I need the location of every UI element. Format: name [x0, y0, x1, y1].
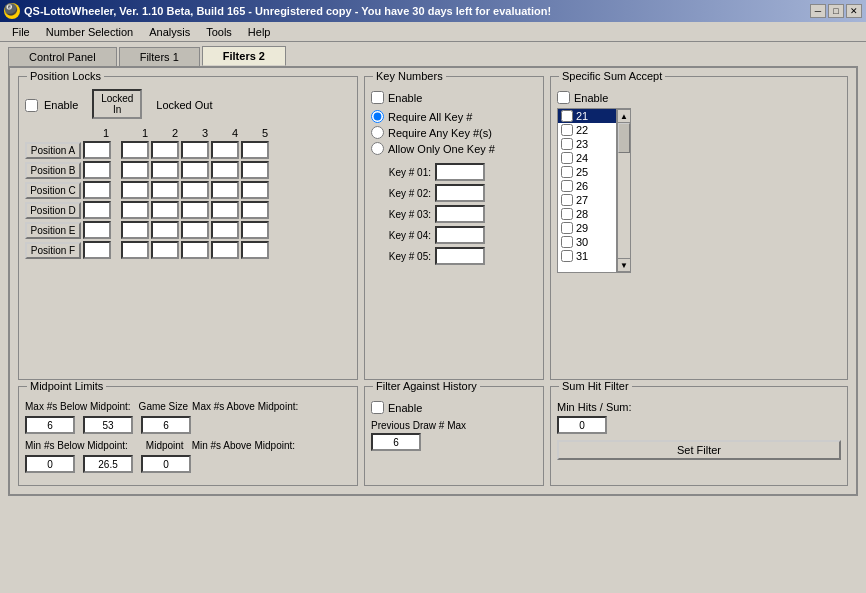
sum-item-23[interactable]: 23	[558, 137, 616, 151]
key-numbers-enable-checkbox[interactable]	[371, 91, 384, 104]
menu-analysis[interactable]: Analysis	[141, 24, 198, 40]
menu-help[interactable]: Help	[240, 24, 279, 40]
sum-item-28[interactable]: 28	[558, 207, 616, 221]
pos-e-lo-1[interactable]	[121, 221, 149, 239]
sum-item-27[interactable]: 27	[558, 193, 616, 207]
min-below-input[interactable]	[25, 455, 75, 473]
sum-item-31[interactable]: 31	[558, 249, 616, 263]
pos-c-lo-4[interactable]	[211, 181, 239, 199]
position-f-button[interactable]: Position F	[25, 242, 81, 259]
pos-b-lo-1[interactable]	[121, 161, 149, 179]
pos-c-lo-3[interactable]	[181, 181, 209, 199]
sum-item-30[interactable]: 30	[558, 235, 616, 249]
scroll-up-arrow[interactable]: ▲	[617, 109, 631, 123]
game-size-input[interactable]	[83, 416, 133, 434]
pos-f-lo-4[interactable]	[211, 241, 239, 259]
pos-f-lo-3[interactable]	[181, 241, 209, 259]
key-02-input[interactable]	[435, 184, 485, 202]
max-above-input[interactable]	[141, 416, 191, 434]
sum-scrollbar[interactable]: ▲ ▼	[617, 108, 631, 273]
pos-b-lo-2[interactable]	[151, 161, 179, 179]
min-above-input[interactable]	[141, 455, 191, 473]
key-04-input[interactable]	[435, 226, 485, 244]
sum-cb-29[interactable]	[561, 222, 573, 234]
sum-item-29[interactable]: 29	[558, 221, 616, 235]
sum-cb-31[interactable]	[561, 250, 573, 262]
scroll-down-arrow[interactable]: ▼	[617, 258, 631, 272]
position-a-button[interactable]: Position A	[25, 142, 81, 159]
position-b-button[interactable]: Position B	[25, 162, 81, 179]
pos-d-locked-in[interactable]	[83, 201, 111, 219]
max-below-input[interactable]	[25, 416, 75, 434]
pos-e-lo-2[interactable]	[151, 221, 179, 239]
sum-cb-21[interactable]	[561, 110, 573, 122]
pos-f-lo-2[interactable]	[151, 241, 179, 259]
pos-a-locked-in[interactable]	[83, 141, 111, 159]
pos-b-lo-5[interactable]	[241, 161, 269, 179]
minimize-button[interactable]: ─	[810, 4, 826, 18]
sum-item-26[interactable]: 26	[558, 179, 616, 193]
sum-cb-26[interactable]	[561, 180, 573, 192]
sum-cb-23[interactable]	[561, 138, 573, 150]
pos-b-locked-in[interactable]	[83, 161, 111, 179]
tab-filters-2[interactable]: Filters 2	[202, 46, 286, 66]
pos-d-lo-5[interactable]	[241, 201, 269, 219]
sum-cb-25[interactable]	[561, 166, 573, 178]
menu-number-selection[interactable]: Number Selection	[38, 24, 141, 40]
pos-b-lo-3[interactable]	[181, 161, 209, 179]
radio-require-any[interactable]	[371, 126, 384, 139]
filter-history-enable-checkbox[interactable]	[371, 401, 384, 414]
midpoint-value-input[interactable]	[83, 455, 133, 473]
pos-f-locked-in[interactable]	[83, 241, 111, 259]
pos-e-lo-5[interactable]	[241, 221, 269, 239]
tab-filters-1[interactable]: Filters 1	[119, 47, 200, 66]
key-01-input[interactable]	[435, 163, 485, 181]
pos-e-lo-4[interactable]	[211, 221, 239, 239]
pos-c-lo-2[interactable]	[151, 181, 179, 199]
pos-a-lo-5[interactable]	[241, 141, 269, 159]
pos-c-locked-in[interactable]	[83, 181, 111, 199]
menu-tools[interactable]: Tools	[198, 24, 240, 40]
position-locks-enable-checkbox[interactable]	[25, 99, 38, 112]
pos-a-lo-3[interactable]	[181, 141, 209, 159]
maximize-button[interactable]: □	[828, 4, 844, 18]
key-05-input[interactable]	[435, 247, 485, 265]
menu-file[interactable]: File	[4, 24, 38, 40]
sum-cb-30[interactable]	[561, 236, 573, 248]
close-button[interactable]: ✕	[846, 4, 862, 18]
pos-d-lo-4[interactable]	[211, 201, 239, 219]
min-hits-input[interactable]	[557, 416, 607, 434]
key-03-input[interactable]	[435, 205, 485, 223]
pos-f-lo-1[interactable]	[121, 241, 149, 259]
pos-a-lo-4[interactable]	[211, 141, 239, 159]
pos-a-lo-1[interactable]	[121, 141, 149, 159]
pos-b-lo-4[interactable]	[211, 161, 239, 179]
pos-c-lo-1[interactable]	[121, 181, 149, 199]
pos-d-lo-3[interactable]	[181, 201, 209, 219]
pos-f-lo-5[interactable]	[241, 241, 269, 259]
radio-allow-only-one[interactable]	[371, 142, 384, 155]
pos-c-lo-5[interactable]	[241, 181, 269, 199]
scroll-thumb[interactable]	[618, 123, 630, 153]
sum-item-25[interactable]: 25	[558, 165, 616, 179]
radio-require-all[interactable]	[371, 110, 384, 123]
sum-item-22[interactable]: 22	[558, 123, 616, 137]
position-c-button[interactable]: Position C	[25, 182, 81, 199]
pos-e-locked-in[interactable]	[83, 221, 111, 239]
position-d-button[interactable]: Position D	[25, 202, 81, 219]
pos-d-lo-1[interactable]	[121, 201, 149, 219]
sum-item-24[interactable]: 24	[558, 151, 616, 165]
position-e-button[interactable]: Position E	[25, 222, 81, 239]
specific-sum-enable-checkbox[interactable]	[557, 91, 570, 104]
sum-cb-27[interactable]	[561, 194, 573, 206]
set-filter-button[interactable]: Set Filter	[557, 440, 841, 460]
sum-cb-24[interactable]	[561, 152, 573, 164]
tab-control-panel[interactable]: Control Panel	[8, 47, 117, 66]
pos-a-lo-2[interactable]	[151, 141, 179, 159]
sum-cb-22[interactable]	[561, 124, 573, 136]
sum-cb-28[interactable]	[561, 208, 573, 220]
prev-draw-input[interactable]	[371, 433, 421, 451]
pos-d-lo-2[interactable]	[151, 201, 179, 219]
pos-e-lo-3[interactable]	[181, 221, 209, 239]
sum-item-21[interactable]: 21	[558, 109, 616, 123]
